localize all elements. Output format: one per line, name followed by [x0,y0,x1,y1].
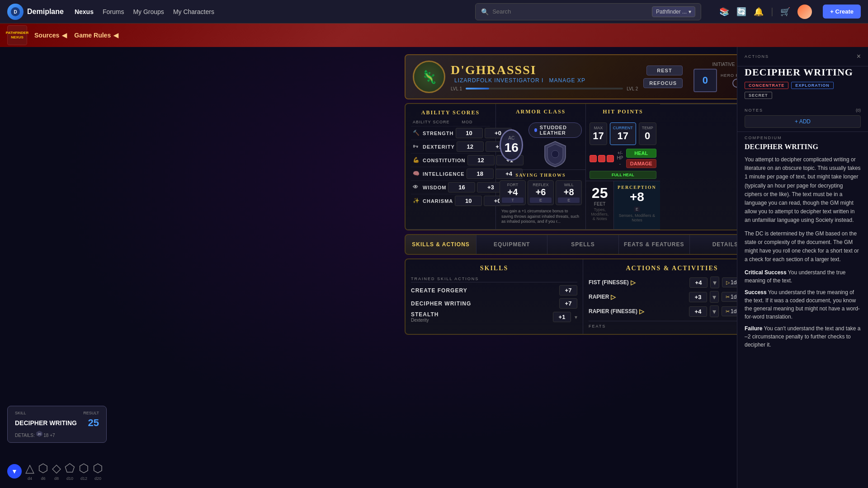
nav-icons: 📚 🔄 🔔 | 🛒 [719,5,812,19]
hp-dice-display [590,155,614,162]
hp-values-grid: MAX 17 CURRENT 17 TEMP 0 [586,121,660,147]
ability-intelligence-name: 🧠INTELLIGENCE [413,170,465,178]
constitution-score[interactable]: 12 [467,155,495,165]
refocus-button[interactable]: REFOCUS [643,78,683,88]
speed-section: 25 FEET Types, Modifiers, & Notes [586,181,614,229]
heal-button[interactable]: HEAL [626,149,656,158]
rest-button[interactable]: REST [646,66,683,75]
dice-d6[interactable]: ⬡ d6 [38,461,48,481]
nav-forums[interactable]: Forums [103,8,124,15]
character-avatar[interactable]: 🦎 [413,61,445,93]
manage-xp-link[interactable]: MANAGE XP [549,77,585,84]
close-panel-button[interactable]: × [857,52,861,61]
ac-circle[interactable]: AC 16 [500,129,523,161]
skill-result-value: 25 [88,417,99,429]
outcome-failure: Failure You can't understand the text an… [745,324,861,349]
hp-temp-value: 0 [642,130,653,142]
initiative-value[interactable]: 0 [693,69,717,92]
dice-d8[interactable]: ◇ d8 [52,461,61,481]
col-ability: ABILITY [413,120,431,124]
saving-throws-section: SAVING THROWS FORT +4 T REFLEX +6 E [496,169,585,229]
d20-icon: 20 [36,431,42,437]
hp-current-value: 17 [613,130,633,142]
hp-temp-box[interactable]: TEMP 0 [639,122,656,145]
strength-score[interactable]: 10 [456,128,483,138]
search-input[interactable] [492,8,648,15]
search-icon: 🔍 [481,8,489,15]
perception-note: Senses, Modifiers & Notes [618,213,656,222]
rapier-finesse-modifier[interactable]: +4 [689,306,707,317]
dice-d20[interactable]: ⬡ d20 [93,461,103,481]
create-button[interactable]: + Create [823,5,861,19]
save-will[interactable]: WILL +8 E [556,180,582,205]
nav-my-characters[interactable]: My Characters [173,8,214,15]
logo-icon: D [7,4,24,20]
dice-d4[interactable]: △ d4 [25,461,34,481]
panel-title: DECIPHER WRITING [737,66,868,82]
tab-spells[interactable]: SPELLS [547,235,618,254]
search-system-dropdown[interactable]: Pathfinder ... ▾ [652,6,695,17]
fort-rank: T [502,197,524,203]
tag-concentrate: CONCENTRATE [745,82,788,89]
armor-saving-section: ARMOR CLASS AC 16 STUDDED LEATHER [496,104,586,229]
skill-decipher-writing-value[interactable]: +7 [559,298,577,309]
dice-tray-toggle[interactable]: ▼ [7,464,22,479]
tag-exploration: EXPLORATION [791,82,833,89]
cart-icon[interactable]: 🛒 [780,7,790,17]
actions-activities-title: ACTIONS & ACTIVITIES [589,265,755,272]
charisma-icon: ✨ [413,197,420,205]
tab-skills-actions[interactable]: SKILLS & ACTIONS [406,235,476,254]
tab-feats-features[interactable]: FEATS & FEATURES [619,235,690,254]
fist-dropdown[interactable]: ▾ [710,277,719,288]
damage-button[interactable]: DAMAGE [626,159,656,168]
d12-label: d12 [80,476,87,481]
skill-decipher-writing-name: DECIPHER WRITING [411,300,556,307]
refresh-icon[interactable]: 🔄 [736,7,746,17]
character-info: D'GHRASSSI LIZARDFOLK INVESTIGATOR I MAN… [451,63,638,91]
skill-create-forgery-value[interactable]: +7 [559,285,577,296]
action-row-fist: FIST (FINESSE) ▷ +4 ▾ ▷ 1d4 ▾ [589,277,755,288]
dice-d12[interactable]: ⬡ d12 [79,461,89,481]
library-icon[interactable]: 📚 [719,7,729,17]
save-fort[interactable]: FORT +4 T [500,180,526,205]
save-reflex[interactable]: REFLEX +6 E [528,180,554,205]
avatar-emoji: 🦎 [421,70,437,84]
hp-max-value: 17 [593,130,604,142]
armor-class-title: ARMOR CLASS [496,104,585,117]
hp-current-box[interactable]: CURRENT 17 [610,122,636,145]
rapier-finesse-action-icon: ▷ [639,308,644,315]
nav-nexus[interactable]: Nexus [75,8,94,15]
fist-modifier[interactable]: +4 [689,277,708,288]
user-avatar[interactable] [797,5,812,19]
hp-current-label: CURRENT [613,126,633,130]
fort-value: +4 [502,187,524,197]
perception-value[interactable]: +8 [618,190,656,204]
action-row-rapier: RAPIER ▷ +3 ▾ ✂ 1d6 ▾ [589,291,755,303]
skill-stealth-value[interactable]: +1 [553,312,571,322]
tab-equipment[interactable]: EQUIPMENT [476,235,547,254]
armor-name-box[interactable]: STUDDED LEATHER [528,122,582,138]
dice-d10[interactable]: ⬠ d10 [65,461,75,481]
ability-header: ABILITY SCORE MOD [411,120,490,126]
rapier-modifier[interactable]: +3 [689,292,707,302]
ability-row-wisdom: 👁WISDOM 16 +3 [411,180,490,194]
logo[interactable]: D Demiplane [7,4,64,20]
add-note-button[interactable]: + ADD [745,115,861,128]
pathfinder-logo[interactable]: PATHFINDERNEXUS [7,25,27,45]
nav-my-groups[interactable]: My Groups [133,8,164,15]
intelligence-score[interactable]: 18 [467,169,494,179]
stealth-expand-icon[interactable]: ▾ [575,314,577,320]
wisdom-score[interactable]: 16 [448,182,475,192]
rapier-finesse-dropdown[interactable]: ▾ [710,305,719,317]
ability-strength-name: 🔨STRENGTH [413,130,454,137]
charisma-score[interactable]: 10 [455,196,482,206]
skill-stealth-name: STEALTH [411,311,549,318]
rapier-dropdown[interactable]: ▾ [710,291,719,303]
bell-icon[interactable]: 🔔 [754,7,764,17]
game-rules-chevron-icon: ◀ [113,32,118,39]
hp-minus-label[interactable]: - [617,161,623,166]
dexterity-score[interactable]: 12 [457,141,484,152]
full-heal-button[interactable]: FULL HEAL [590,171,656,179]
sources-nav-item[interactable]: Sources ◀ [34,32,67,39]
game-rules-nav-item[interactable]: Game Rules ◀ [74,32,118,39]
